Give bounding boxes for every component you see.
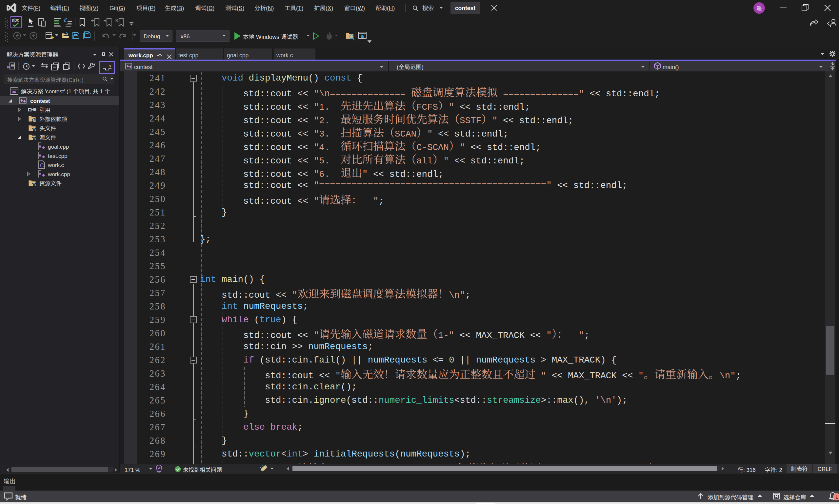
svg-text:C: C — [40, 163, 44, 168]
svg-text:abc: abc — [12, 17, 19, 23]
